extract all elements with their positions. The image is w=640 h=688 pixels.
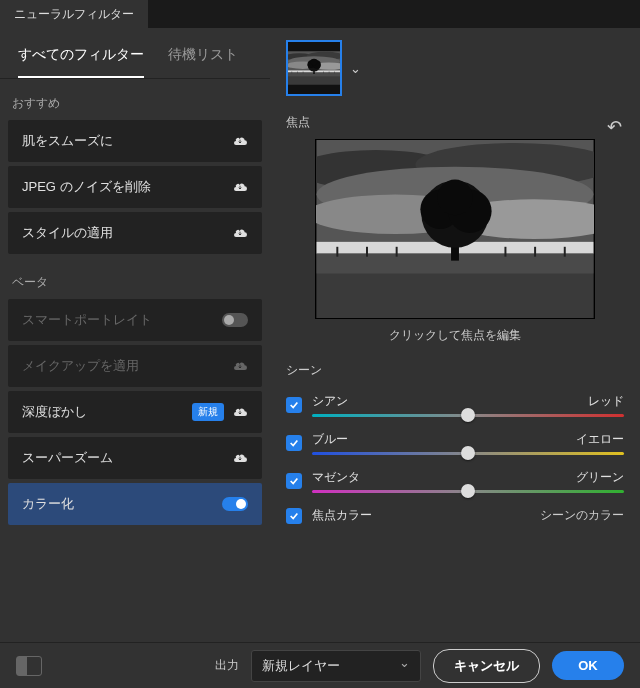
sidebar: すべてのフィルター 待機リスト おすすめ 肌をスムーズに JPEG のノイズを削… [0,28,270,642]
section-recommended: おすすめ [0,79,270,120]
filter-style-transfer[interactable]: スタイルの適用 [8,212,262,254]
filter-label: 肌をスムーズに [22,132,113,150]
slider-cyan-red: シアン レッド [286,393,624,417]
filter-depth-blur[interactable]: 深度ぼかし 新規 [8,391,262,433]
panel-tab[interactable]: ニューラルフィルター [0,0,148,28]
label-yellow: イエロー [576,431,624,448]
toggle-off-icon[interactable] [222,313,248,327]
label-blue: ブルー [312,431,348,448]
slider-blue-yellow: ブルー イエロー [286,431,624,455]
filter-label: カラー化 [22,495,74,513]
tab-all-filters[interactable]: すべてのフィルター [18,38,144,78]
preview-thumbnail[interactable] [286,40,342,96]
checkbox-magenta[interactable] [286,473,302,489]
checkbox-cyan[interactable] [286,397,302,413]
checkbox-blue[interactable] [286,435,302,451]
cloud-download-icon [232,406,248,418]
label-scene-color: シーンのカラー [540,507,624,524]
chevron-down-icon[interactable]: ⌄ [350,61,361,76]
filter-label: メイクアップを適用 [22,357,139,375]
footer: 出力 新規レイヤー キャンセル OK [0,642,640,688]
filter-label: 深度ぼかし [22,403,87,421]
ok-button[interactable]: OK [552,651,624,680]
label-focal-color: 焦点カラー [312,507,372,524]
filter-makeup[interactable]: メイクアップを適用 [8,345,262,387]
filter-label: スマートポートレイト [22,311,152,329]
filter-jpeg-noise[interactable]: JPEG のノイズを削除 [8,166,262,208]
filter-smooth-skin[interactable]: 肌をスムーズに [8,120,262,162]
slider-track[interactable] [312,414,624,417]
scene-label: シーン [286,362,624,379]
filter-smart-portrait[interactable]: スマートポートレイト [8,299,262,341]
cloud-download-icon [232,181,248,193]
before-after-toggle[interactable] [16,656,42,676]
slider-track[interactable] [312,452,624,455]
filter-super-zoom[interactable]: スーパーズーム [8,437,262,479]
slider-magenta-green: マゼンタ グリーン [286,469,624,493]
slider-thumb[interactable] [461,484,475,498]
label-cyan: シアン [312,393,348,410]
tab-wait-list[interactable]: 待機リスト [168,38,238,78]
cloud-download-icon [232,452,248,464]
slider-thumb[interactable] [461,446,475,460]
focus-label: 焦点 [286,114,624,131]
label-green: グリーン [576,469,624,486]
filter-colorize[interactable]: カラー化 [8,483,262,525]
reset-icon[interactable]: ↶ [607,116,622,138]
output-label: 出力 [215,657,239,674]
toggle-on-icon[interactable] [222,497,248,511]
output-dropdown[interactable]: 新規レイヤー [251,650,421,682]
new-badge: 新規 [192,403,224,421]
checkbox-focal-color[interactable] [286,508,302,524]
label-red: レッド [588,393,624,410]
slider-track[interactable] [312,490,624,493]
focus-image[interactable] [315,139,595,319]
row-focal-scene-color: 焦点カラー シーンのカラー [286,507,624,524]
cloud-download-icon [232,360,248,372]
cloud-download-icon [232,227,248,239]
section-beta: ベータ [0,258,270,299]
filter-label: スーパーズーム [22,449,113,467]
slider-thumb[interactable] [461,408,475,422]
main-panel: ⌄ ↶ 焦点 クリックして焦点を編集 シーン シアン レッド ブルー [270,28,640,642]
cloud-download-icon [232,135,248,147]
filter-label: JPEG のノイズを削除 [22,178,151,196]
cancel-button[interactable]: キャンセル [433,649,540,683]
label-magenta: マゼンタ [312,469,360,486]
filter-label: スタイルの適用 [22,224,113,242]
focus-caption: クリックして焦点を編集 [286,327,624,344]
